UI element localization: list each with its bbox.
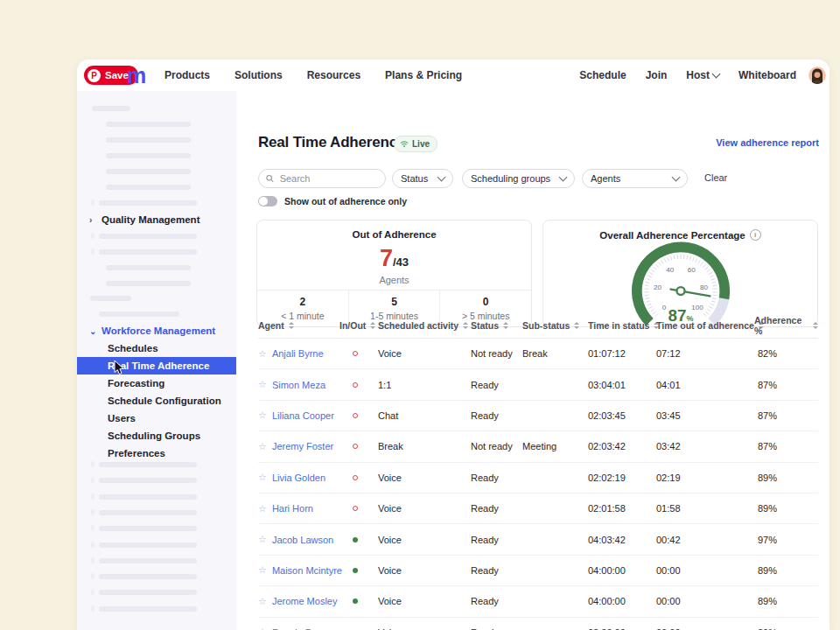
sidebar-item-workforce-management[interactable]: ⌄ Workforce Management bbox=[89, 324, 215, 338]
favorite-star-icon[interactable]: ☆ bbox=[258, 534, 267, 545]
gauge-tick bbox=[651, 270, 654, 272]
skeleton-bar bbox=[99, 590, 197, 595]
nav-item-plans-pricing[interactable]: Plans & Pricing bbox=[385, 69, 462, 81]
gauge-tick bbox=[646, 282, 650, 283]
agents-filter-dropdown[interactable]: Agents bbox=[582, 169, 688, 188]
in-adherence-dot-icon bbox=[353, 598, 358, 604]
gauge-tick bbox=[674, 256, 675, 260]
gauge-tick bbox=[649, 272, 653, 275]
in-out-cell bbox=[349, 401, 361, 430]
gauge-needle-hub bbox=[677, 287, 685, 295]
search-input[interactable] bbox=[278, 172, 378, 185]
out-of-adherence-card: Out of Adherence 7/43 Agents 2 < 1 minut… bbox=[256, 220, 532, 327]
nav-item-host[interactable]: Host bbox=[686, 69, 719, 81]
agent-name-link[interactable]: Hari Horn bbox=[272, 503, 313, 514]
sidebar-item-schedules[interactable]: Schedules bbox=[77, 340, 236, 357]
favorite-star-icon[interactable]: ☆ bbox=[258, 379, 267, 390]
agent-name-link[interactable]: Liliana Cooper bbox=[272, 410, 334, 421]
skeleton-bar bbox=[99, 542, 197, 548]
time-out-of-adherence-cell: 01:58 bbox=[656, 494, 726, 523]
nav-item-join[interactable]: Join bbox=[646, 69, 668, 81]
agent-name-link[interactable]: Jacob Lawson bbox=[272, 535, 333, 545]
time-in-status-cell: 04:03:42 bbox=[588, 524, 654, 554]
gauge-tick-label: 40 bbox=[666, 266, 674, 274]
app-window: P Save m Products Solutions Resources Pl… bbox=[77, 60, 830, 630]
show-out-of-adherence-toggle[interactable] bbox=[258, 196, 277, 206]
column-header-time-out-of-adherence[interactable]: Time out of adherence bbox=[656, 313, 764, 338]
column-header-status[interactable]: Status bbox=[471, 313, 508, 338]
agent-name-link[interactable]: Maison Mcintyre bbox=[272, 565, 342, 576]
agent-cell: ☆Jacob Lawson bbox=[258, 524, 337, 554]
search-field[interactable] bbox=[258, 169, 386, 188]
page-title: Real Time Adherence bbox=[258, 134, 405, 151]
favorite-star-icon[interactable]: ☆ bbox=[258, 441, 267, 452]
column-header-adherence-percent[interactable]: Adherence % bbox=[754, 313, 818, 338]
favorite-star-icon[interactable]: ☆ bbox=[258, 348, 267, 360]
gauge-tick bbox=[687, 256, 688, 260]
column-header-scheduled-activity[interactable]: Scheduled activity bbox=[378, 313, 468, 338]
agent-name-link[interactable]: Jerome Mosley bbox=[272, 596, 338, 606]
favorite-star-icon[interactable]: ☆ bbox=[258, 503, 267, 514]
chevron-down-icon: ⌄ bbox=[89, 326, 96, 336]
gauge-tick bbox=[658, 262, 661, 266]
gauge-tick bbox=[696, 258, 697, 262]
agent-name-link[interactable]: Simon Meza bbox=[272, 380, 326, 390]
nav-item-products[interactable]: Products bbox=[164, 69, 210, 81]
gauge-tick bbox=[701, 262, 704, 266]
sidebar-item-forecasting[interactable]: Forecasting bbox=[77, 374, 236, 392]
chevron-down-icon bbox=[438, 173, 446, 182]
agent-name-link[interactable]: Livia Golden bbox=[272, 472, 326, 483]
skeleton-bar bbox=[99, 606, 197, 612]
scheduled-activity-cell: Voice bbox=[378, 586, 466, 616]
status-filter-dropdown[interactable]: Status bbox=[392, 169, 453, 188]
view-adherence-report-link[interactable]: View adherence report bbox=[716, 137, 819, 148]
agent-name-link[interactable]: Jeremy Foster bbox=[272, 441, 333, 452]
favorite-star-icon[interactable]: ☆ bbox=[258, 596, 267, 607]
column-header-in-out[interactable]: In/Out bbox=[340, 313, 375, 338]
quality-management-label: Quality Management bbox=[102, 214, 200, 225]
time-out-of-adherence-cell: 02:19 bbox=[656, 463, 726, 493]
adherence-percent-cell: 89% bbox=[758, 618, 810, 630]
nav-item-schedule[interactable]: Schedule bbox=[579, 69, 626, 81]
toggle-knob bbox=[259, 197, 268, 206]
sub-status-cell bbox=[522, 618, 585, 630]
skeleton-bar bbox=[99, 558, 197, 564]
favorite-star-icon[interactable]: ☆ bbox=[258, 472, 267, 483]
scheduled-activity-cell: Break bbox=[378, 431, 466, 461]
favorite-star-icon[interactable]: ☆ bbox=[258, 626, 267, 630]
in-out-cell bbox=[349, 369, 361, 399]
nav-item-resources[interactable]: Resources bbox=[307, 69, 360, 81]
miro-logo[interactable]: m bbox=[127, 60, 146, 90]
column-header-sub-status[interactable]: Sub-status bbox=[522, 313, 579, 338]
nav-item-whiteboard[interactable]: Whiteboard bbox=[738, 69, 796, 81]
scheduled-activity-cell: Chat bbox=[378, 401, 466, 430]
gauge-tick-label: 60 bbox=[688, 266, 696, 274]
nav-item-solutions[interactable]: Solutions bbox=[234, 69, 283, 81]
time-out-of-adherence-cell: 00:00 bbox=[656, 618, 726, 630]
sidebar-item-schedule-configuration[interactable]: Schedule Configuration bbox=[77, 392, 236, 410]
adherence-percent-cell: 89% bbox=[758, 556, 810, 585]
favorite-star-icon[interactable]: ☆ bbox=[258, 564, 267, 576]
sidebar-item-scheduling-groups[interactable]: Scheduling Groups bbox=[77, 427, 236, 444]
agent-name-link[interactable]: Anjali Byrne bbox=[272, 348, 324, 359]
favorite-star-icon[interactable]: ☆ bbox=[258, 410, 267, 421]
sidebar-item-users[interactable]: Users bbox=[77, 410, 236, 427]
column-header-time-in-status[interactable]: Time in status bbox=[588, 313, 659, 338]
column-header-agent[interactable]: Agent bbox=[258, 313, 294, 338]
clear-filters-button[interactable]: Clear bbox=[704, 172, 727, 183]
sidebar-item-preferences[interactable]: Preferences bbox=[77, 444, 236, 462]
scheduled-activity-cell: Voice bbox=[378, 463, 466, 493]
skeleton-nub bbox=[91, 461, 94, 467]
gauge-tick bbox=[646, 301, 650, 303]
sort-icon bbox=[370, 322, 375, 329]
table-row: ☆Maison McintyreVoiceReady04:00:0000:008… bbox=[258, 556, 818, 586]
sidebar-item-quality-management[interactable]: › Quality Management bbox=[89, 213, 200, 227]
sidebar: › Quality Management ⌄ Workforce Managem… bbox=[77, 91, 237, 630]
avatar-image bbox=[808, 66, 826, 84]
breakdown-value: 5 bbox=[391, 296, 397, 308]
in-out-cell bbox=[349, 339, 361, 368]
user-avatar[interactable] bbox=[808, 66, 826, 84]
gauge-tick bbox=[710, 304, 715, 305]
sidebar-item-real-time-adherence[interactable]: Real Time Adherence bbox=[77, 357, 236, 374]
scheduling-groups-filter-dropdown[interactable]: Scheduling groups bbox=[462, 169, 575, 188]
